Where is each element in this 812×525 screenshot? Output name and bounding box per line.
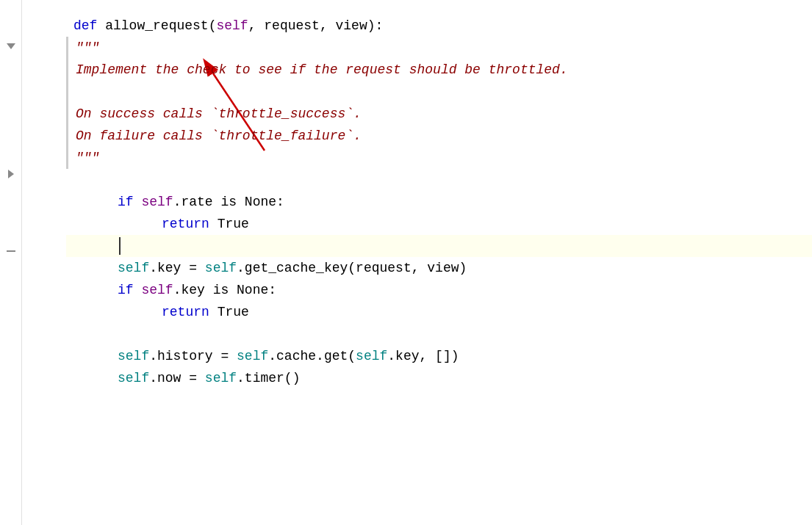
code-content-self-now: self.now = self.timer() xyxy=(66,367,300,389)
self-key-arg: self xyxy=(356,345,387,367)
func-name: allow_request( xyxy=(105,15,216,37)
rate-is-none: .rate is None: xyxy=(173,191,284,213)
editor-container: def allow_request(self, request, view): … xyxy=(0,0,812,525)
code-content-blank1 xyxy=(68,81,84,103)
cache-get: .cache.get( xyxy=(268,345,356,367)
dot-key: .key = xyxy=(149,257,205,279)
self-now-lhs: self xyxy=(118,367,149,389)
code-line-return1: return True xyxy=(66,213,812,235)
gutter xyxy=(0,0,22,525)
code-line-on-failure: On failure calls `throttle_failure`. xyxy=(66,125,812,147)
code-content-docclose: """ xyxy=(68,147,99,169)
code-line-if-rate: if self.rate is None: xyxy=(66,191,812,213)
self-get: self xyxy=(205,257,237,279)
code-content-cursor xyxy=(66,235,121,257)
code-line-self-history: self.history = self.cache.get(self.key, … xyxy=(66,345,812,367)
code-area: def allow_request(self, request, view): … xyxy=(22,0,812,525)
self-history-lhs: self xyxy=(118,345,149,367)
get-cache-key: .get_cache_key(request, view) xyxy=(237,257,467,279)
code-line-implement: Implement the check to see if the reques… xyxy=(66,59,812,81)
code-content-if-key: if self.key is None: xyxy=(66,279,276,301)
timer-call: .timer() xyxy=(237,367,300,389)
key-array: .key, []) xyxy=(387,345,459,367)
self-key-lhs: self xyxy=(118,257,149,279)
code-line-docopen: """ xyxy=(66,37,812,59)
code-line-blank1 xyxy=(66,81,812,103)
self-key-cond: self xyxy=(141,279,173,301)
docstring-open: """ xyxy=(76,37,99,59)
self-cache: self xyxy=(237,345,268,367)
code-line-return2: return True xyxy=(66,301,812,323)
keyword-if-2: if xyxy=(118,279,141,301)
code-line-def: def allow_request(self, request, view): xyxy=(66,15,812,37)
docstring-implement: Implement the check to see if the reques… xyxy=(76,59,568,81)
code-content-on-success: On success calls `throttle_success`. xyxy=(68,103,362,125)
code-line-if-key: if self.key is None: xyxy=(66,279,812,301)
code-line-blank3 xyxy=(66,323,812,345)
code-line-on-success: On success calls `throttle_success`. xyxy=(66,103,812,125)
history-eq: .history = xyxy=(149,345,237,367)
code-content: def allow_request(self, request, view): xyxy=(66,15,383,37)
docstring-success: On success calls `throttle_success`. xyxy=(76,103,362,125)
text-cursor xyxy=(119,237,121,255)
fold-icon-1[interactable] xyxy=(5,40,17,52)
true-1: True xyxy=(218,213,249,235)
code-line-self-now: self.now = self.timer() xyxy=(66,367,812,389)
key-is-none: .key is None: xyxy=(173,279,276,301)
keyword-if-1: if xyxy=(118,191,141,213)
self-timer: self xyxy=(205,367,237,389)
fold-icon-2[interactable] xyxy=(5,168,17,180)
code-line-self-key: self.key = self.get_cache_key(request, v… xyxy=(66,257,812,279)
true-2: True xyxy=(218,301,249,323)
code-line-blank2 xyxy=(66,169,812,191)
keyword-return-2: return xyxy=(162,301,218,323)
params: , request, view): xyxy=(248,15,384,37)
code-content-return1: return True xyxy=(66,213,249,235)
code-content-self-key: self.key = self.get_cache_key(request, v… xyxy=(66,257,467,279)
keyword-return-1: return xyxy=(162,213,218,235)
code-content-blank2 xyxy=(66,169,82,191)
keyword-def: def xyxy=(73,15,105,37)
self-rate: self xyxy=(141,191,173,213)
docstring-failure: On failure calls `throttle_failure`. xyxy=(76,125,362,147)
code-content-on-failure: On failure calls `throttle_failure`. xyxy=(68,125,362,147)
code-content-if-rate: if self.rate is None: xyxy=(66,191,284,213)
minus-icon[interactable] xyxy=(7,250,15,252)
code-line-docclose: """ xyxy=(66,147,812,169)
code-content-return2: return True xyxy=(66,301,249,323)
code-content-blank3 xyxy=(66,323,82,345)
docstring-close: """ xyxy=(76,147,99,169)
now-eq: .now = xyxy=(149,367,205,389)
code-content-self-history: self.history = self.cache.get(self.key, … xyxy=(66,345,459,367)
code-content-docopen: """ xyxy=(68,37,99,59)
code-content-implement: Implement the check to see if the reques… xyxy=(68,59,568,81)
self-1: self xyxy=(216,15,248,37)
code-line-cursor xyxy=(66,235,812,257)
